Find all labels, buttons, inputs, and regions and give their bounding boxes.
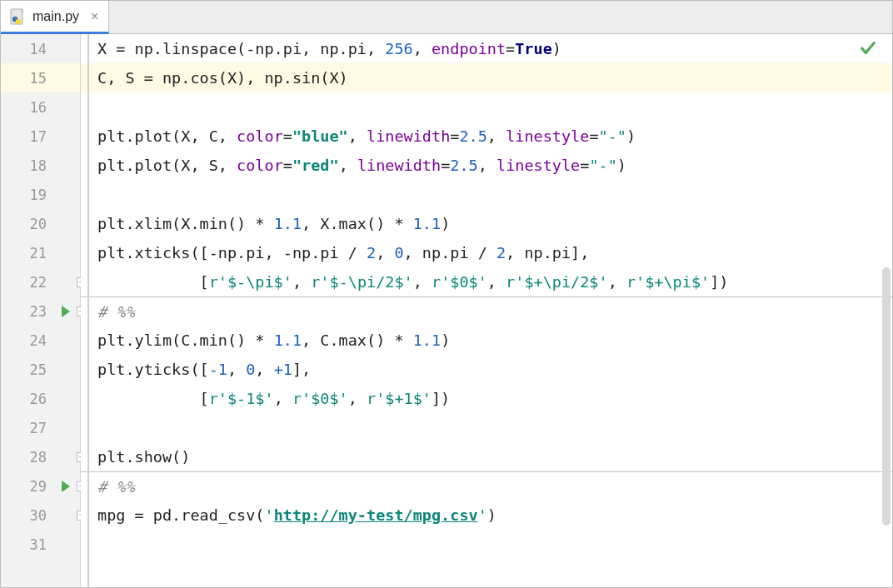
token: "red" [292,157,339,174]
scrollbar[interactable] [882,267,891,526]
code-area[interactable]: X = np.linspace(-np.pi, np.pi, 256, endp… [81,34,892,587]
code-line[interactable]: # %% [81,471,892,501]
line-number: 21 [30,245,47,262]
gutter-line[interactable]: 19 [1,180,80,209]
line-number: 31 [30,536,47,553]
run-cell-icon[interactable] [62,306,70,317]
python-file-icon [9,8,26,25]
close-icon[interactable]: × [91,9,98,24]
token: , np.pi / [404,244,496,262]
gutter-line[interactable]: 23− [1,296,80,326]
token: r'$+\pi/2$' [506,273,608,291]
line-number: 17 [30,128,47,145]
token: [ [97,273,209,291]
svg-point-2 [16,18,21,23]
gutter-line[interactable]: 16 [1,92,80,122]
token: 0 [394,244,403,262]
token: "-" [589,157,616,174]
token: ]) [432,390,450,407]
line-number: 23 [30,303,47,320]
token: ) [441,215,450,232]
code-line[interactable]: plt.xticks([-np.pi, -np.pi / 2, 0, np.pi… [81,238,892,267]
gutter-line[interactable]: 27 [1,413,80,442]
token: # %% [97,303,135,321]
token: r'$-1$' [209,390,274,407]
code-line[interactable] [81,92,892,122]
gutter-line[interactable]: 17 [1,122,80,151]
token: ' [478,506,487,524]
gutter-line[interactable]: 22− [1,267,80,296]
code-line[interactable] [81,530,892,559]
line-number: 22 [30,274,47,291]
code-line[interactable]: [r'$-\pi$', r'$-\pi/2$', r'$0$', r'$+\pi… [81,267,892,296]
code-line[interactable]: X = np.linspace(-np.pi, np.pi, 256, endp… [81,34,892,63]
code-line[interactable]: C, S = np.cos(X), np.sin(X) [81,63,892,92]
token: linestyle [506,127,589,145]
token: , C.max() * [302,331,413,349]
token: ' [264,506,273,524]
gutter-line[interactable]: 26 [1,384,80,413]
line-number: 15 [30,70,47,87]
code-line[interactable] [81,413,892,442]
token: True [515,40,552,57]
gutter-line[interactable]: 24 [1,326,80,355]
token: plt.xticks([-np.pi, -np.pi / [97,244,367,262]
line-number: 16 [30,99,47,116]
token: , [348,390,367,407]
token: = [283,127,292,145]
token: , [227,361,246,378]
indent-guide [87,34,89,587]
code-line[interactable] [81,180,892,209]
code-line[interactable]: plt.yticks([-1, 0, +1], [81,355,892,384]
line-number: 27 [30,420,47,436]
code-line[interactable]: # %% [81,296,892,326]
tab-main-py[interactable]: main.py × [1,1,109,34]
token: -1 [209,361,227,378]
inspection-ok-icon[interactable] [859,39,877,61]
gutter-line[interactable]: 29− [1,471,80,501]
token: plt.xlim(X.min() * [97,215,274,232]
gutter-line[interactable]: 20 [1,209,80,238]
line-number: 30 [30,507,47,524]
token: r'$-\pi/2$' [311,273,413,291]
token: , [376,244,394,262]
token: +1 [274,361,292,378]
token: 1.1 [413,331,441,349]
line-number: 29 [30,478,47,495]
gutter: 141516171819202122−23−2425262728−29−30−3… [1,34,81,587]
token: , [348,127,367,145]
gutter-line[interactable]: 21 [1,238,80,267]
token: [ [97,390,209,407]
token: plt.plot(X, S, [97,157,237,174]
gutter-line[interactable]: 18 [1,151,80,180]
gutter-line[interactable]: 30− [1,501,80,530]
gutter-line[interactable]: 15 [1,63,80,92]
line-number: 24 [30,332,47,349]
token: r'$-\pi$' [209,273,292,291]
token: # %% [97,478,135,496]
line-number: 26 [30,391,47,407]
token: 2 [496,244,506,262]
token: plt.ylim(C.min() * [97,331,274,349]
token: color [237,127,283,145]
line-number: 18 [30,157,47,174]
code-line[interactable]: plt.plot(X, S, color="red", linewidth=2.… [81,151,892,180]
code-line[interactable]: [r'$-1$', r'$0$', r'$+1$']) [81,384,892,413]
run-cell-icon[interactable] [62,481,70,492]
code-line[interactable]: plt.show() [81,442,892,471]
token: ) [487,506,496,524]
gutter-line[interactable]: 28− [1,442,80,471]
code-line[interactable]: plt.xlim(X.min() * 1.1, X.max() * 1.1) [81,209,892,238]
code-line[interactable]: mpg = pd.read_csv('http://my-test/mpg.cs… [81,501,892,530]
token: = [441,157,450,174]
code-line[interactable]: plt.plot(X, C, color="blue", linewidth=2… [81,122,892,151]
gutter-line[interactable]: 14 [1,34,80,63]
code-line[interactable]: plt.ylim(C.min() * 1.1, C.max() * 1.1) [81,326,892,355]
gutter-line[interactable]: 25 [1,355,80,384]
token: , X.max() * [302,215,413,232]
line-number: 28 [30,449,47,466]
line-number: 25 [30,361,47,378]
token: , [413,40,432,57]
gutter-line[interactable]: 31 [1,530,80,559]
token: r'$0$' [432,273,487,291]
